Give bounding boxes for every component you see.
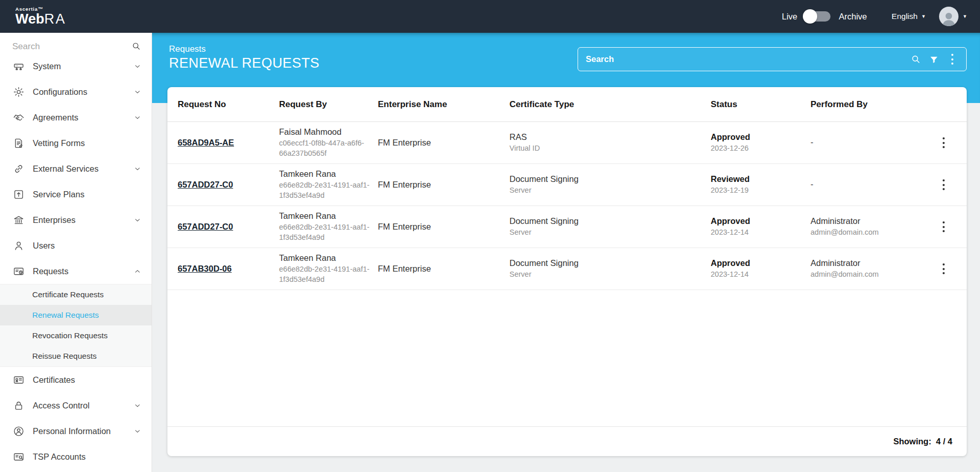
person-circle-icon: [13, 425, 25, 437]
table-row: 658AD9A5-AE Faisal Mahmoodc06eccf1-0f8b-…: [167, 122, 967, 164]
row-actions-kebab-icon[interactable]: [933, 217, 954, 237]
chevron-up-icon: [134, 268, 141, 275]
showing-count: 4 / 4: [936, 437, 952, 446]
status-date: 2023-12-26: [711, 143, 804, 154]
request-by-name: Tamkeen Rana: [279, 169, 372, 179]
table-header-row: Request No Request By Enterprise Name Ce…: [167, 87, 967, 122]
filter-icon[interactable]: [926, 51, 942, 68]
live-archive-toggle[interactable]: [805, 11, 830, 22]
sidebar-item-agreements[interactable]: Agreements: [0, 105, 152, 130]
bank-icon: [13, 214, 25, 226]
sidebar-item-label: System: [33, 61, 61, 71]
sidebar-item-label: Configurations: [33, 87, 87, 97]
status-date: 2023-12-14: [711, 270, 804, 280]
box-up-arrow-icon: [13, 189, 25, 200]
request-no-link[interactable]: 657ADD27-C0: [178, 222, 233, 231]
request-by-name: Tamkeen Rana: [279, 253, 372, 263]
certificate-type: Document Signing: [509, 258, 705, 268]
app-logo[interactable]: Ascertia™ WebRA: [15, 7, 66, 27]
chevron-down-icon: [134, 216, 141, 224]
sidebar-item-certificates[interactable]: Certificates: [0, 367, 152, 393]
sidebar-item-personal-information[interactable]: Personal Information: [0, 418, 152, 444]
sidebar-item-system[interactable]: System: [0, 53, 152, 79]
link-icon: [13, 163, 25, 175]
sidebar-item-requests[interactable]: Requests: [0, 258, 152, 284]
request-no-link[interactable]: 657AB30D-06: [178, 264, 231, 273]
performed-by: Administrator: [811, 258, 914, 268]
performed-by: -: [811, 179, 914, 189]
sidebar-item-label: TSP Accounts: [33, 452, 86, 462]
certificate-icon: [13, 374, 25, 386]
brand-ra: RA: [45, 11, 67, 27]
table-search-input[interactable]: [586, 54, 905, 64]
requests-submenu: Certificate Requests Renewal Requests Re…: [0, 284, 152, 367]
brand-web: Web: [15, 11, 45, 27]
table-footer: Showing: 4 / 4: [167, 426, 967, 456]
sidebar-item-renewal-requests[interactable]: Renewal Requests: [0, 305, 152, 325]
status-date: 2023-12-19: [711, 186, 804, 196]
sidebar-item-certificate-requests[interactable]: Certificate Requests: [0, 284, 152, 305]
certificate-subtype: Virtual ID: [509, 143, 705, 154]
topbar: Ascertia™ WebRA Live Archive English ▼ ▼: [0, 0, 980, 33]
request-by-name: Tamkeen Rana: [279, 211, 372, 221]
request-by-id: e66e82db-2e31-4191-aaf1-1f3d53ef4a9d: [279, 180, 372, 200]
sidebar-item-label: Personal Information: [33, 426, 111, 436]
gear-icon: [13, 86, 25, 98]
chevron-down-icon: [134, 165, 141, 173]
performed-by: Administrator: [811, 216, 914, 226]
sidebar-item-label: Service Plans: [33, 190, 84, 199]
performed-by-email: admin@domain.com: [811, 270, 914, 280]
status-badge: Reviewed: [711, 174, 804, 184]
live-label: Live: [782, 12, 797, 22]
sidebar-item-reissue-requests[interactable]: Reissue Requests: [0, 346, 152, 366]
certificate-subtype: Server: [509, 228, 705, 238]
sidebar-item-vetting-forms[interactable]: Vetting Forms: [0, 130, 152, 156]
handshake-icon: [13, 112, 25, 124]
person-silhouette-icon: [940, 11, 957, 26]
table-row: 657ADD27-C0 Tamkeen Ranae66e82db-2e31-41…: [167, 206, 967, 248]
chevron-down-icon: [134, 88, 141, 96]
sidebar-item-label: Access Control: [33, 401, 90, 411]
sidebar-item-access-control[interactable]: Access Control: [0, 393, 152, 418]
enterprise-name: FM Enterprise: [378, 222, 509, 232]
sidebar-item-revocation-requests[interactable]: Revocation Requests: [0, 325, 152, 346]
page-title: RENEWAL REQUESTS: [169, 55, 319, 71]
request-no-link[interactable]: 658AD9A5-AE: [178, 138, 234, 147]
row-actions-kebab-icon[interactable]: [933, 259, 954, 279]
status-badge: Approved: [711, 132, 804, 142]
sidebar-item-enterprises[interactable]: Enterprises: [0, 207, 152, 233]
sidebar-item-service-plans[interactable]: Service Plans: [0, 181, 152, 207]
chevron-down-icon: [134, 402, 141, 409]
status-badge: Approved: [711, 258, 804, 268]
brand-ascertia: Ascertia™: [15, 7, 66, 12]
search-icon[interactable]: [908, 51, 923, 68]
more-options-icon[interactable]: [945, 51, 960, 68]
row-actions-kebab-icon[interactable]: [933, 175, 954, 195]
row-actions-kebab-icon[interactable]: [933, 133, 954, 153]
column-header-status: Status: [711, 99, 811, 110]
sidebar-item-tsp-accounts[interactable]: TSP Accounts: [0, 444, 152, 469]
certificate-type: Document Signing: [509, 216, 705, 226]
form-pen-icon: [13, 137, 25, 149]
chevron-down-icon: ▼: [921, 14, 926, 19]
sidebar-item-users[interactable]: Users: [0, 233, 152, 258]
column-header-performed-by: Performed By: [811, 99, 921, 110]
certificate-type: RAS: [509, 132, 705, 142]
lock-icon: [13, 400, 25, 412]
chevron-down-icon: [134, 427, 141, 435]
sidebar-item-configurations[interactable]: Configurations: [0, 79, 152, 105]
sidebar-item-label: Agreements: [33, 113, 78, 122]
user-menu-caret[interactable]: ▼: [963, 14, 967, 19]
archive-label: Archive: [839, 12, 867, 22]
sidebar-item-label: Requests: [33, 266, 69, 276]
system-icon: [13, 60, 25, 72]
request-by-id: c06eccf1-0f8b-447a-a6f6-66a237b0565f: [279, 138, 372, 158]
sidebar-item-external-services[interactable]: External Services: [0, 156, 152, 181]
user-avatar[interactable]: [939, 7, 958, 26]
request-no-link[interactable]: 657ADD27-C0: [178, 180, 233, 189]
performed-by-email: admin@domain.com: [811, 228, 914, 238]
showing-label: Showing:: [893, 437, 931, 446]
certificate-subtype: Server: [509, 186, 705, 196]
language-selector[interactable]: English ▼: [891, 12, 926, 21]
sidebar-item-label: External Services: [33, 164, 98, 174]
